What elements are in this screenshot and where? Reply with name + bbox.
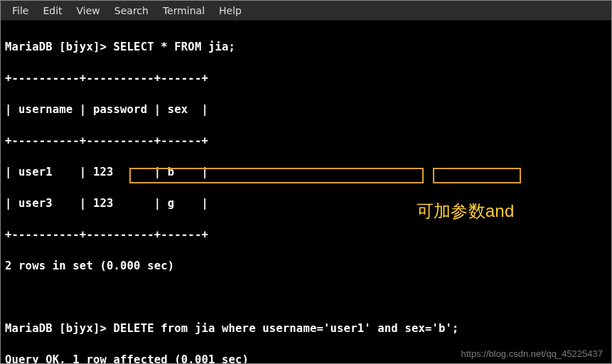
table-border: +----------+----------+------+ (5, 133, 607, 149)
sql-select-1: SELECT * FROM jia; (107, 41, 235, 53)
table-row: | user1 | 123 | b | (5, 164, 607, 180)
result-msg: 2 rows in set (0.000 sec) (5, 258, 607, 274)
prompt: MariaDB [bjyx]> (5, 322, 107, 335)
menu-edit[interactable]: Edit (36, 3, 69, 18)
annotation-text: 可加参数and (417, 203, 514, 219)
terminal-output[interactable]: MariaDB [bjyx]> SELECT * FROM jia; +----… (1, 21, 611, 364)
menu-file[interactable]: File (5, 3, 36, 18)
table-header: | username | password | sex | (5, 102, 607, 117)
prompt: MariaDB [bjyx]> (5, 41, 107, 53)
blank-line (5, 289, 607, 305)
menu-view[interactable]: View (70, 3, 107, 18)
table-border: +----------+----------+------+ (5, 70, 607, 86)
watermark: https://blog.csdn.net/qq_45225437 (461, 348, 603, 359)
table-border: +----------+----------+------+ (5, 227, 607, 242)
menu-help[interactable]: Help (212, 3, 249, 18)
menu-search[interactable]: Search (107, 3, 156, 18)
menubar: File Edit View Search Terminal Help (1, 1, 611, 21)
sql-delete: DELETE from jia where username='user1' a… (107, 322, 459, 335)
menu-terminal[interactable]: Terminal (156, 3, 212, 18)
table-row: | user3 | 123 | g | (5, 196, 607, 211)
